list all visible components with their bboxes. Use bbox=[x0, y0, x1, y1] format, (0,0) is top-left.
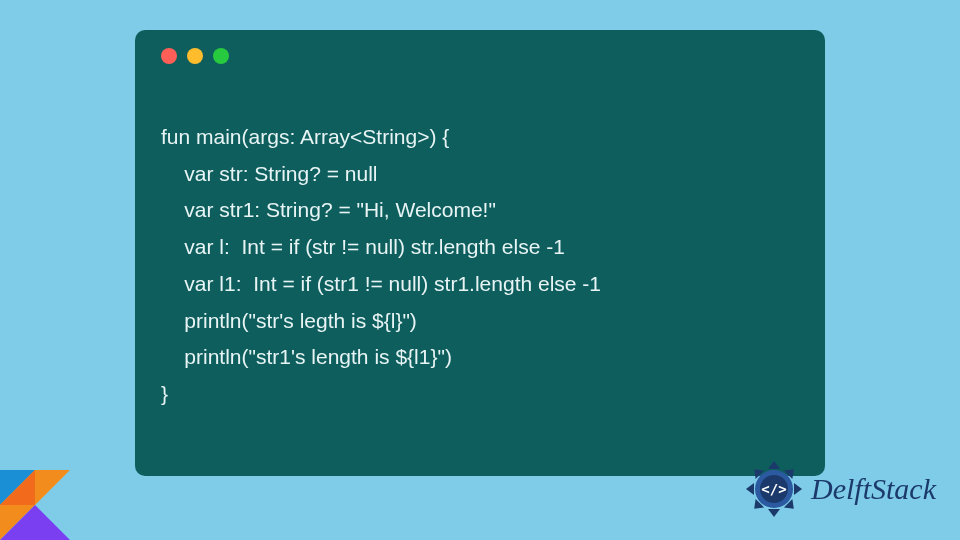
svg-marker-7 bbox=[794, 483, 802, 495]
svg-marker-5 bbox=[768, 509, 780, 517]
code-line: var str1: String? = "Hi, Welcome!" bbox=[161, 198, 496, 221]
minimize-icon bbox=[187, 48, 203, 64]
kotlin-logo-icon bbox=[0, 470, 70, 540]
svg-text:</>: </> bbox=[761, 481, 786, 497]
svg-marker-4 bbox=[768, 461, 780, 469]
close-icon bbox=[161, 48, 177, 64]
brand: </> DelftStack bbox=[745, 460, 936, 518]
code-line: } bbox=[161, 382, 168, 405]
code-line: println("str1's length is ${l1}") bbox=[161, 345, 452, 368]
code-line: println("str's legth is ${l}") bbox=[161, 309, 417, 332]
brand-name: DelftStack bbox=[811, 472, 936, 506]
brand-gear-icon: </> bbox=[745, 460, 803, 518]
code-window: fun main(args: Array<String>) { var str:… bbox=[135, 30, 825, 476]
svg-marker-6 bbox=[746, 483, 754, 495]
code-line: var str: String? = null bbox=[161, 162, 378, 185]
code-line: var l: Int = if (str != null) str.length… bbox=[161, 235, 565, 258]
code-line: var l1: Int = if (str1 != null) str1.len… bbox=[161, 272, 601, 295]
window-controls bbox=[161, 48, 799, 64]
code-line: fun main(args: Array<String>) { bbox=[161, 125, 449, 148]
code-block: fun main(args: Array<String>) { var str:… bbox=[161, 82, 799, 450]
maximize-icon bbox=[213, 48, 229, 64]
